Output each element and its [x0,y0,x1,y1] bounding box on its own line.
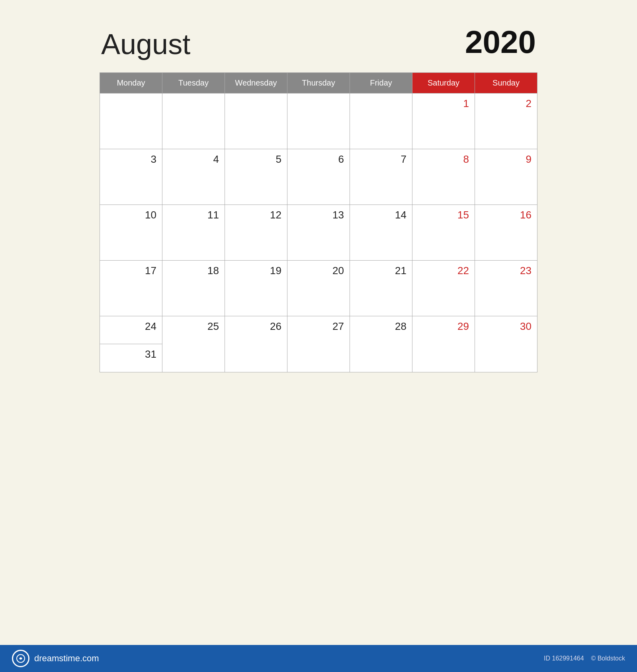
day-number-18: 18 [207,265,219,277]
day-cell-7: 7 [350,149,412,205]
day-number-13: 13 [332,209,344,221]
day-header-monday: Monday [100,73,162,93]
day-number-8: 8 [463,153,469,166]
footer-right: ID 162991464 © Boldstock [544,655,625,662]
day-number-9: 9 [526,153,531,166]
day-cell-23: 23 [475,261,537,316]
day-number-25: 25 [207,320,219,333]
footer-bar: dreamstime.com ID 162991464 © Boldstock [0,645,637,672]
day-cell-29: 29 [412,316,475,372]
day-cell-5: 5 [225,149,287,205]
day-cell-17: 17 [100,261,162,316]
calendar-grid: Monday Tuesday Wednesday Thursday Friday… [100,72,537,372]
day-cell-21: 21 [350,261,412,316]
day-number-2: 2 [526,97,531,110]
week-row-5: 24 31 25 26 27 28 [100,316,537,372]
day-number-3: 3 [151,153,156,166]
day-number-16: 16 [520,209,531,221]
day-cell-19: 19 [225,261,287,316]
day-header-sunday: Sunday [475,73,537,93]
day-number-20: 20 [332,265,344,277]
day-number-6: 6 [338,153,344,166]
week-row-1: 1 2 [100,93,537,149]
day-cell-split-top-24: 24 [100,316,162,344]
day-cell-6: 6 [287,149,350,205]
day-cell-14: 14 [350,205,412,261]
day-number-21: 21 [395,265,406,277]
day-number-26: 26 [270,320,281,333]
day-header-thursday: Thursday [287,73,350,93]
day-cell-split-24-31: 24 31 [100,316,162,372]
day-number-19: 19 [270,265,281,277]
day-cell-9: 9 [475,149,537,205]
day-cell-10: 10 [100,205,162,261]
day-number-17: 17 [145,265,156,277]
day-number-31: 31 [145,348,156,360]
day-header-saturday: Saturday [412,73,475,93]
day-number-14: 14 [395,209,406,221]
day-cell-2: 2 [475,93,537,149]
day-cell-12: 12 [225,205,287,261]
day-cell-26: 26 [225,316,287,372]
calendar-weeks: 1 2 3 4 5 6 [100,93,537,372]
day-cell-30: 30 [475,316,537,372]
day-cell-20: 20 [287,261,350,316]
day-cell-25: 25 [162,316,225,372]
day-cell-27: 27 [287,316,350,372]
day-header-tuesday: Tuesday [162,73,225,93]
calendar-year: 2020 [465,24,536,60]
day-number-10: 10 [145,209,156,221]
day-cell-8: 8 [412,149,475,205]
day-number-4: 4 [213,153,219,166]
day-number-23: 23 [520,265,531,277]
week-row-2: 3 4 5 6 7 8 9 [100,149,537,205]
day-number-30: 30 [520,320,531,333]
day-number-29: 29 [457,320,469,333]
calendar-header: August 2020 [100,24,537,60]
day-cell-4: 4 [162,149,225,205]
day-cell-empty-3 [225,93,287,149]
day-cell-11: 11 [162,205,225,261]
day-cell-empty-4 [287,93,350,149]
week-row-4: 17 18 19 20 21 22 23 [100,261,537,316]
day-cell-empty-2 [162,93,225,149]
day-cell-18: 18 [162,261,225,316]
day-header-wednesday: Wednesday [225,73,287,93]
day-cell-22: 22 [412,261,475,316]
day-number-12: 12 [270,209,281,221]
day-number-27: 27 [332,320,344,333]
day-cell-16: 16 [475,205,537,261]
day-cell-1: 1 [412,93,475,149]
footer-logo: dreamstime.com [12,650,99,667]
day-cell-28: 28 [350,316,412,372]
footer-id: ID 162991464 [544,655,584,662]
day-headers: Monday Tuesday Wednesday Thursday Friday… [100,73,537,93]
day-cell-empty-5 [350,93,412,149]
day-cell-13: 13 [287,205,350,261]
day-cell-empty-1 [100,93,162,149]
day-cell-split-bottom-31: 31 [100,344,162,372]
day-cell-3: 3 [100,149,162,205]
day-number-11: 11 [207,209,219,221]
day-number-5: 5 [276,153,281,166]
footer-brand: dreamstime.com [34,653,99,664]
calendar-month: August [101,28,190,60]
day-number-1: 1 [463,97,469,110]
day-number-15: 15 [457,209,469,221]
day-header-friday: Friday [350,73,412,93]
week-row-3: 10 11 12 13 14 15 16 [100,205,537,261]
footer-author: © Boldstock [591,655,625,662]
day-cell-15: 15 [412,205,475,261]
footer-logo-circle [12,650,29,667]
day-number-28: 28 [395,320,406,333]
day-number-7: 7 [401,153,406,166]
day-number-24: 24 [145,320,156,333]
calendar-wrapper: August 2020 Monday Tuesday Wednesday Thu… [100,24,537,372]
day-number-22: 22 [457,265,469,277]
